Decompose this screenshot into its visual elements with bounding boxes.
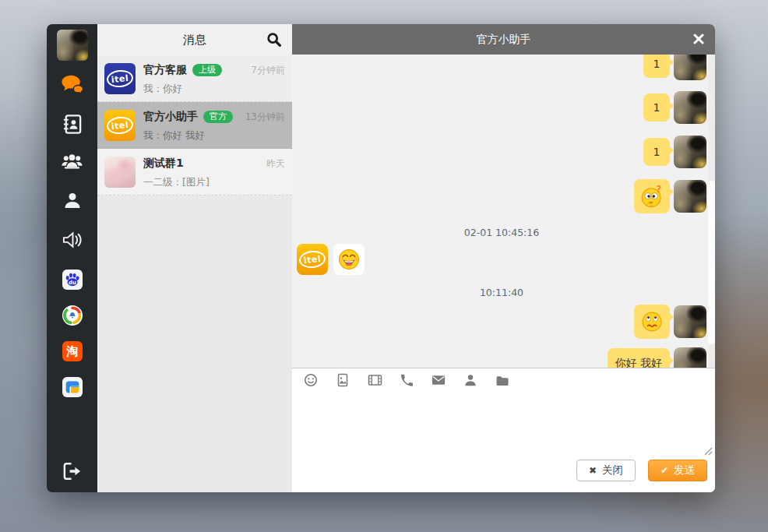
avatar: itel — [104, 110, 136, 141]
avatar — [674, 347, 706, 368]
close-icon[interactable] — [690, 30, 707, 48]
chat-title: 官方小助手 — [477, 33, 531, 47]
action-bar: ✖ 关闭 ✔ 发送 — [292, 455, 715, 492]
user-avatar[interactable] — [57, 30, 88, 61]
conversation-time: 7分钟前 — [251, 64, 285, 77]
conversation-time: 昨天 — [266, 157, 285, 171]
message-row: 1 — [297, 91, 706, 124]
contact-card-icon[interactable] — [463, 372, 478, 388]
tencent-news-app-icon[interactable] — [62, 305, 83, 326]
speaker-icon[interactable] — [61, 228, 84, 252]
taobao-app-icon[interactable]: 淘 — [62, 341, 83, 361]
conversation-preview: 我：你好 我好 — [143, 129, 285, 143]
chat-panel: 官方小助手 1 1 1 — [292, 24, 715, 492]
close-button[interactable]: ✖ 关闭 — [576, 460, 636, 481]
message-bubble: 1 — [643, 93, 670, 122]
message-row: ? — [297, 179, 706, 213]
group-icon[interactable] — [61, 150, 84, 174]
baidu-app-icon[interactable]: du — [62, 270, 83, 290]
logout-icon[interactable] — [61, 460, 84, 483]
timestamp: 02-01 10:45:16 — [297, 227, 706, 238]
itel-logo: itel — [298, 249, 326, 269]
scrollbar-thumb[interactable] — [708, 181, 715, 344]
message-row: 1 — [297, 55, 706, 80]
message-bubble — [333, 244, 365, 275]
close-x-icon: ✖ — [589, 466, 597, 475]
list-item-test-group[interactable]: 测试群1 昨天 一二级：[图片] — [97, 149, 292, 196]
message-bubble: ? — [634, 179, 670, 213]
thinking-question-emoji: ? — [640, 185, 664, 208]
conversation-preview: 我：你好 — [143, 83, 285, 96]
phone-icon[interactable] — [399, 372, 414, 388]
contact-icon[interactable] — [61, 189, 84, 213]
messenger-window: du 淘 — [47, 24, 715, 492]
message-row: itel — [297, 244, 706, 275]
conversation-title: 官方客服 — [143, 63, 187, 77]
taobao-glyph: 淘 — [66, 344, 78, 359]
composer-input[interactable] — [292, 392, 715, 455]
docs-app-icon[interactable] — [62, 377, 83, 397]
list-item-official-assistant[interactable]: itel 官方小助手 官方 13分钟前 我：你好 我好 — [97, 102, 292, 149]
message-row — [297, 305, 706, 339]
conversation-title: 测试群1 — [143, 157, 184, 171]
image-icon[interactable] — [335, 372, 351, 388]
message-bubble: 你好 我好 — [608, 348, 670, 368]
conversation-list: 消息 itel 官方客服 上级 7分钟前 我：你好 — [97, 24, 292, 492]
page-title: 消息 — [183, 33, 206, 48]
video-icon[interactable] — [367, 372, 382, 388]
message-bubble: 1 — [643, 138, 670, 166]
avatar — [674, 180, 706, 213]
baidu-glyph: du — [69, 280, 76, 286]
svg-text:?: ? — [656, 185, 661, 195]
conversation-preview: 一二级：[图片] — [143, 176, 285, 189]
message-row: 1 — [297, 136, 706, 168]
laugh-emoji — [338, 248, 360, 270]
avatar: itel — [104, 63, 136, 94]
check-icon: ✔ — [661, 466, 668, 475]
conversation-list-header: 消息 — [97, 24, 292, 55]
conversation-time: 13分钟前 — [245, 111, 285, 124]
emoji-icon[interactable] — [303, 372, 319, 388]
avatar — [674, 305, 706, 338]
folder-icon[interactable] — [495, 372, 510, 388]
composer-toolbar — [292, 368, 715, 392]
itel-logo: itel — [106, 115, 134, 135]
conversation-title: 官方小助手 — [143, 110, 198, 124]
status-badge: 上级 — [192, 64, 222, 76]
avatar — [674, 55, 706, 80]
composer-area — [292, 392, 715, 455]
list-item-official-support[interactable]: itel 官方客服 上级 7分钟前 我：你好 — [97, 55, 292, 102]
chat-header: 官方小助手 — [292, 24, 715, 55]
avatar — [674, 136, 706, 168]
address-book-icon[interactable] — [61, 112, 84, 136]
avatar — [104, 157, 136, 188]
status-badge: 官方 — [203, 111, 233, 123]
send-button[interactable]: ✔ 发送 — [648, 460, 707, 481]
scrollbar-track — [708, 55, 715, 368]
search-icon[interactable] — [266, 31, 283, 48]
wry-emoji — [641, 311, 663, 333]
timestamp: 10:11:40 — [297, 287, 706, 298]
resize-grip-icon[interactable] — [703, 444, 713, 454]
message-row: 你好 我好 — [297, 347, 706, 368]
message-history: 1 1 1 — [292, 55, 715, 368]
avatar — [674, 91, 706, 124]
itel-logo: itel — [106, 69, 134, 88]
sidebar: du 淘 — [47, 24, 97, 492]
message-bubble: 1 — [643, 55, 670, 78]
message-bubble — [634, 305, 670, 339]
chat-bubbles-icon[interactable] — [61, 73, 84, 97]
avatar: itel — [297, 244, 328, 275]
mail-icon[interactable] — [431, 372, 446, 388]
